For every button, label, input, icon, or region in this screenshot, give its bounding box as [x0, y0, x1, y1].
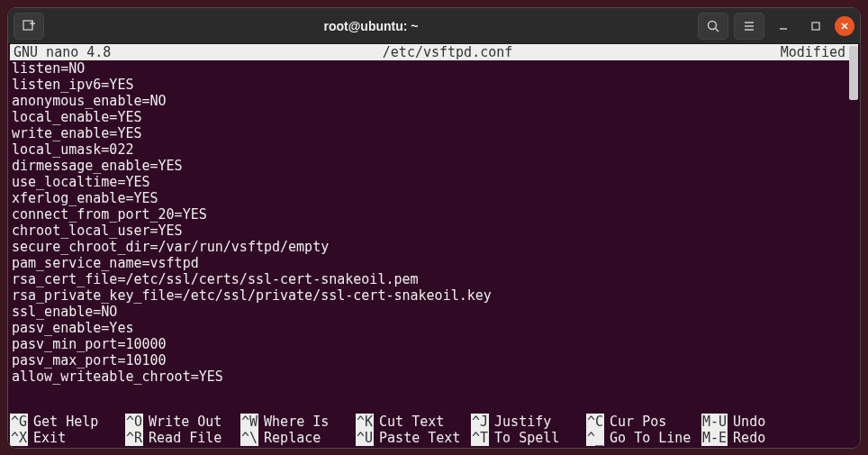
close-icon [840, 22, 849, 31]
titlebar: root@ubuntu: ~ [8, 8, 860, 44]
shortcut-label: Replace [264, 430, 321, 446]
shortcut-label: Where Is [264, 414, 329, 430]
shortcut-key: ^C [586, 414, 604, 430]
shortcut-label: Cur Pos [610, 414, 666, 430]
file-line: connect_from_port_20=YES [12, 206, 856, 223]
terminal-window: root@ubuntu: ~ GNU nano 4.8 /etc/vsftpd.… [7, 7, 861, 449]
shortcut: ^OWrite Out [125, 414, 240, 430]
shortcut: ^\Replace [240, 430, 356, 446]
file-line: secure_chroot_dir=/var/run/vsftpd/empty [12, 239, 856, 255]
shortcut-label: To Spell [494, 430, 559, 446]
shortcut-key: ^J [471, 414, 489, 430]
shortcut: M-ERedo [701, 430, 817, 446]
search-button[interactable] [698, 13, 728, 40]
file-line: pasv_min_port=10000 [12, 336, 856, 352]
nano-status: Modified [781, 44, 858, 60]
shortcut-label: Write Out [149, 414, 222, 430]
shortcut-key: ^\ [240, 430, 258, 446]
shortcut-key: ^W [240, 414, 258, 430]
file-line: local_umask=022 [12, 141, 856, 158]
nano-app-name: GNU nano 4.8 [10, 44, 114, 60]
file-content[interactable]: listen=NOlisten_ipv6=YESanonymous_enable… [10, 60, 858, 385]
window-title: root@ubuntu: ~ [50, 19, 692, 33]
shortcut: ^JJustify [471, 414, 586, 430]
file-line: listen=NO [12, 60, 856, 77]
file-line: pasv_max_port=10100 [12, 352, 856, 369]
shortcut-key: ^G [10, 414, 28, 430]
file-line: rsa_private_key_file=/etc/ssl/private/ss… [12, 287, 856, 304]
shortcut-label: Paste Text [379, 430, 460, 446]
new-tab-button[interactable] [14, 13, 44, 40]
shortcut-key: M-U [701, 414, 728, 430]
shortcut-key: ^K [356, 414, 374, 430]
shortcut-key: ^R [125, 430, 143, 446]
shortcut-key: ^_ [586, 430, 604, 446]
file-line: write_enable=YES [12, 125, 856, 141]
file-line: ssl_enable=NO [12, 304, 856, 320]
shortcut: M-UUndo [701, 414, 817, 430]
svg-point-3 [709, 21, 717, 29]
shortcut: ^KCut Text [356, 414, 471, 430]
shortcut: ^TTo Spell [471, 430, 586, 446]
svg-line-4 [716, 28, 719, 32]
shortcut: ^RRead File [125, 430, 240, 446]
maximize-button[interactable] [802, 14, 829, 39]
shortcut-label: Justify [494, 414, 551, 430]
file-line: use_localtime=YES [12, 174, 856, 190]
minimize-icon [778, 21, 789, 32]
file-line: pam_service_name=vsftpd [12, 255, 856, 271]
search-icon [706, 19, 720, 33]
shortcut-key: M-E [701, 430, 728, 446]
shortcut-key: ^O [125, 414, 143, 430]
shortcut: ^XExit [10, 430, 125, 446]
minimize-button[interactable] [770, 14, 797, 39]
shortcut: ^UPaste Text [356, 430, 471, 446]
nano-header: GNU nano 4.8 /etc/vsftpd.conf Modified [10, 44, 858, 60]
file-line: pasv_enable=Yes [12, 320, 856, 336]
shortcut: ^_Go To Line [586, 430, 701, 446]
shortcut-label: Cut Text [379, 414, 444, 430]
nano-shortcuts: ^GGet Help^OWrite Out^WWhere Is^KCut Tex… [10, 414, 858, 446]
file-line: xferlog_enable=YES [12, 190, 856, 206]
file-line: allow_writeable_chroot=YES [12, 369, 856, 385]
shortcut-label: Exit [33, 430, 66, 446]
file-line: anonymous_enable=NO [12, 93, 856, 109]
shortcut-label: Get Help [33, 414, 98, 430]
terminal-area[interactable]: GNU nano 4.8 /etc/vsftpd.conf Modified l… [8, 44, 860, 448]
shortcut: ^CCur Pos [586, 414, 701, 430]
svg-rect-0 [23, 21, 32, 30]
menu-button[interactable] [734, 13, 764, 40]
shortcut-key: ^T [471, 430, 489, 446]
svg-rect-9 [812, 23, 819, 30]
shortcut-label: Read File [149, 430, 222, 446]
file-line: dirmessage_enable=YES [12, 158, 856, 174]
shortcut-key: ^U [356, 430, 374, 446]
maximize-icon [810, 21, 821, 32]
shortcut-label: Go To Line [610, 430, 691, 446]
close-button[interactable] [835, 16, 854, 36]
scrollbar-thumb[interactable] [849, 46, 858, 100]
shortcut-label: Undo [733, 414, 765, 430]
file-line: listen_ipv6=YES [12, 77, 856, 93]
shortcut-label: Redo [733, 430, 765, 446]
file-line: local_enable=YES [12, 109, 856, 125]
nano-file-name: /etc/vsftpd.conf [114, 44, 780, 60]
shortcut: ^WWhere Is [240, 414, 356, 430]
shortcut-key: ^X [10, 430, 28, 446]
hamburger-icon [742, 19, 756, 33]
shortcut: ^GGet Help [10, 414, 125, 430]
file-line: chroot_local_user=YES [12, 223, 856, 239]
file-line: rsa_cert_file=/etc/ssl/certs/ssl-cert-sn… [12, 271, 856, 287]
